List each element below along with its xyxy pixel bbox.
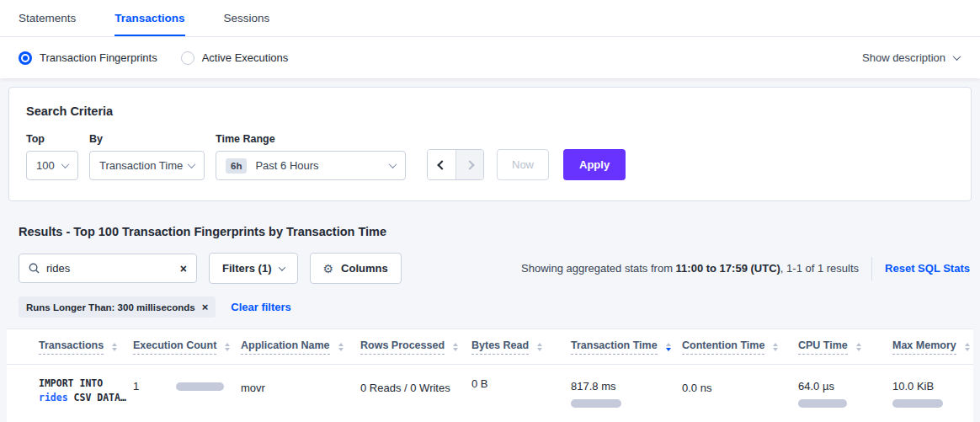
execution-count-bar: [176, 382, 224, 391]
clear-search-icon[interactable]: ×: [180, 263, 187, 275]
top-field: Top 100: [26, 133, 78, 180]
sort-icon[interactable]: [225, 343, 230, 351]
sort-desc-icon[interactable]: [666, 343, 671, 351]
max-memory-bar: [892, 399, 943, 408]
remove-filter-icon[interactable]: ×: [202, 302, 209, 312]
time-range-value: Past 6 Hours: [255, 159, 318, 172]
by-field: By Transaction Time: [89, 133, 205, 180]
sort-icon[interactable]: [112, 343, 117, 351]
column-header-transaction-time[interactable]: Transaction Time: [571, 339, 682, 355]
gear-icon: ⚙: [323, 262, 334, 275]
search-criteria-title: Search Criteria: [26, 104, 954, 118]
search-icon: [29, 263, 40, 274]
chevron-right-icon: [465, 160, 474, 169]
sort-icon[interactable]: [856, 343, 861, 351]
table-header-row: Transactions Execution Count Application…: [7, 329, 973, 365]
sql-activity-tabbar: Statements Transactions Sessions: [0, 0, 980, 37]
divider: [871, 257, 872, 280]
tab-sessions[interactable]: Sessions: [224, 0, 270, 36]
time-range-field: Time Range 6h Past 6 Hours: [216, 133, 406, 180]
rows-processed-cell: 0 Reads / 0 Writes: [360, 380, 471, 395]
search-criteria-card: Search Criteria Top 100 By Transaction T…: [8, 87, 972, 201]
radio-label: Active Executions: [202, 51, 289, 64]
transaction-fingerprint-link[interactable]: rides: [39, 392, 68, 403]
filter-pill: Runs Longer Than: 300 milliseconds ×: [19, 296, 216, 318]
clear-filters-link[interactable]: Clear filters: [231, 301, 291, 313]
max-memory-cell: 10.0 KiB: [892, 380, 973, 408]
time-range-nav: [427, 149, 484, 180]
top-select[interactable]: 100: [26, 151, 78, 180]
column-header-max-memory[interactable]: Max Memory: [892, 339, 973, 355]
chevron-down-icon: [61, 160, 70, 168]
sort-icon[interactable]: [453, 343, 458, 351]
results-controls-row: × Filters (1) ⚙ Columns Showing aggregat…: [19, 253, 970, 284]
transaction-fingerprint-cell[interactable]: IMPORT INTO rides CSV DATA…: [39, 377, 133, 405]
tab-transactions[interactable]: Transactions: [115, 0, 184, 36]
chevron-down-icon: [953, 52, 961, 61]
apply-button[interactable]: Apply: [563, 149, 626, 180]
columns-button-label: Columns: [341, 262, 388, 275]
sort-icon[interactable]: [773, 343, 778, 351]
radio-selected-icon: [19, 51, 32, 65]
show-description-label: Show description: [862, 51, 945, 64]
sort-icon[interactable]: [537, 343, 542, 351]
top-label: Top: [26, 133, 78, 145]
radio-label: Transaction Fingerprints: [40, 51, 157, 64]
chevron-left-icon: [437, 160, 446, 169]
bytes-read-cell: 0 B: [471, 376, 571, 391]
now-button[interactable]: Now: [497, 149, 549, 180]
column-header-execution-count[interactable]: Execution Count: [133, 339, 241, 355]
tab-statements[interactable]: Statements: [19, 0, 76, 36]
radio-transaction-fingerprints[interactable]: Transaction Fingerprints: [19, 51, 157, 65]
time-range-badge: 6h: [226, 158, 247, 174]
cpu-time-bar: [798, 399, 847, 408]
time-range-prev-button[interactable]: [428, 150, 455, 179]
time-range-next-button[interactable]: [455, 150, 483, 179]
column-header-rows-processed[interactable]: Rows Processed: [360, 339, 471, 355]
sort-icon[interactable]: [965, 343, 970, 351]
radio-active-executions[interactable]: Active Executions: [181, 51, 289, 65]
results-search-box: ×: [19, 254, 197, 283]
transactions-table: Transactions Execution Count Application…: [7, 329, 973, 422]
column-header-application-name[interactable]: Application Name: [241, 339, 360, 355]
transaction-time-bar: [571, 399, 621, 408]
column-header-contention-time[interactable]: Contention Time: [682, 339, 798, 355]
column-header-bytes-read[interactable]: Bytes Read: [471, 339, 571, 355]
results-heading: Results - Top 100 Transaction Fingerprin…: [19, 225, 970, 238]
contention-time-cell: 0.0 ns: [682, 380, 798, 395]
by-select[interactable]: Transaction Time: [89, 151, 205, 180]
filters-button-label: Filters (1): [222, 262, 272, 275]
filter-pill-label: Runs Longer Than: 300 milliseconds: [26, 302, 195, 312]
columns-button[interactable]: ⚙ Columns: [310, 253, 402, 284]
sort-icon[interactable]: [338, 343, 344, 351]
filters-button[interactable]: Filters (1): [209, 253, 298, 284]
transaction-time-cell: 817.8 ms: [571, 380, 682, 408]
top-select-value: 100: [36, 159, 55, 172]
application-name-cell: movr: [241, 380, 360, 395]
show-description-toggle[interactable]: Show description: [862, 51, 960, 64]
chevron-down-icon: [389, 160, 397, 168]
chevron-down-icon: [188, 160, 196, 168]
execution-count-cell: 1: [133, 380, 241, 393]
by-label: By: [89, 133, 205, 145]
search-input[interactable]: [46, 262, 173, 275]
table-row: IMPORT INTO rides CSV DATA… 1 movr 0 Rea…: [7, 365, 973, 422]
column-header-cpu-time[interactable]: CPU Time: [798, 339, 892, 355]
chevron-down-icon: [278, 264, 285, 270]
time-range-select[interactable]: 6h Past 6 Hours: [216, 151, 406, 180]
column-header-transactions[interactable]: Transactions: [39, 339, 133, 355]
view-mode-radio-group: Transaction Fingerprints Active Executio…: [19, 51, 288, 65]
cpu-time-cell: 64.0 µs: [798, 380, 892, 408]
active-filters-row: Runs Longer Than: 300 milliseconds × Cle…: [19, 296, 980, 318]
radio-unselected-icon: [181, 51, 194, 65]
by-select-value: Transaction Time: [99, 159, 183, 172]
search-criteria-controls: Top 100 By Transaction Time Time Range 6…: [26, 133, 954, 180]
view-mode-bar: Transaction Fingerprints Active Executio…: [0, 37, 980, 78]
reset-sql-stats-link[interactable]: Reset SQL Stats: [885, 262, 970, 275]
time-range-label: Time Range: [216, 133, 406, 145]
aggregated-stats-text: Showing aggregated stats from 11:00 to 1…: [521, 257, 970, 280]
